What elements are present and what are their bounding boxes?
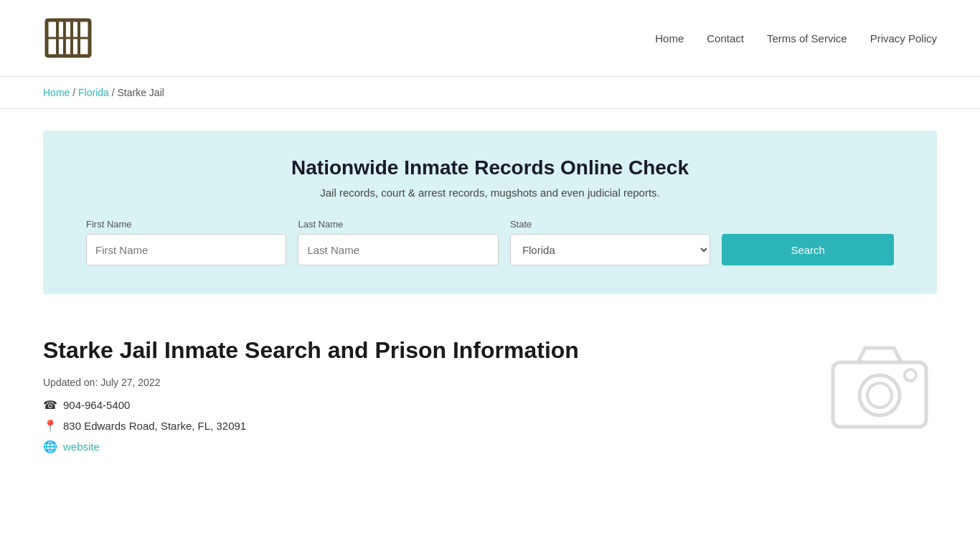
address-text: 830 Edwards Road, Starke, FL, 32091 — [63, 420, 246, 432]
address-row: 📍 830 Edwards Road, Starke, FL, 32091 — [43, 419, 793, 433]
first-name-label: First Name — [86, 219, 286, 230]
breadcrumb-home[interactable]: Home — [43, 87, 70, 98]
state-label: State — [510, 219, 710, 230]
search-form: First Name Last Name State Florida Alaba… — [86, 219, 894, 265]
breadcrumb-sep1: / — [72, 87, 78, 98]
svg-point-7 — [859, 375, 900, 415]
main-nav: Home Contact Terms of Service Privacy Po… — [655, 32, 937, 44]
last-name-input[interactable] — [298, 234, 498, 265]
website-row: 🌐 website — [43, 440, 793, 453]
main-content: Starke Jail Inmate Search and Prison Inf… — [0, 316, 980, 482]
first-name-group: First Name — [86, 219, 286, 265]
last-name-label: Last Name — [298, 219, 498, 230]
nav-contact[interactable]: Contact — [707, 32, 744, 44]
svg-point-9 — [905, 369, 916, 381]
content-area: Starke Jail Inmate Search and Prison Inf… — [43, 337, 937, 461]
phone-row: ☎ 904-964-5400 — [43, 398, 793, 412]
first-name-input[interactable] — [86, 234, 286, 265]
image-placeholder — [822, 337, 937, 438]
location-icon: 📍 — [43, 419, 57, 433]
banner-title: Nationwide Inmate Records Online Check — [86, 156, 894, 179]
phone-icon: ☎ — [43, 398, 57, 412]
breadcrumb-sep2: / — [112, 87, 118, 98]
site-header: Home Contact Terms of Service Privacy Po… — [0, 0, 980, 77]
nav-privacy[interactable]: Privacy Policy — [870, 32, 937, 44]
svg-point-8 — [867, 383, 892, 408]
page-title: Starke Jail Inmate Search and Prison Inf… — [43, 337, 793, 364]
last-name-group: Last Name — [298, 219, 498, 265]
banner-subtitle: Jail records, court & arrest records, mu… — [86, 187, 894, 199]
camera-icon — [826, 341, 933, 434]
state-select[interactable]: Florida Alabama Alaska Arizona Californi… — [510, 234, 710, 265]
text-section: Starke Jail Inmate Search and Prison Inf… — [43, 337, 793, 461]
logo — [43, 13, 93, 63]
updated-on: Updated on: July 27, 2022 — [43, 377, 793, 388]
website-link[interactable]: website — [63, 441, 100, 453]
search-banner: Nationwide Inmate Records Online Check J… — [43, 131, 937, 294]
nav-home[interactable]: Home — [655, 32, 684, 44]
phone-number: 904-964-5400 — [63, 399, 130, 411]
breadcrumb-state[interactable]: Florida — [78, 87, 109, 98]
breadcrumb-current: Starke Jail — [118, 87, 164, 98]
nav-tos[interactable]: Terms of Service — [767, 32, 847, 44]
globe-icon: 🌐 — [43, 440, 57, 453]
breadcrumb: Home / Florida / Starke Jail — [0, 77, 980, 109]
jail-logo-icon — [43, 13, 93, 63]
state-group: State Florida Alabama Alaska Arizona Cal… — [510, 219, 710, 265]
search-button[interactable]: Search — [722, 234, 894, 265]
